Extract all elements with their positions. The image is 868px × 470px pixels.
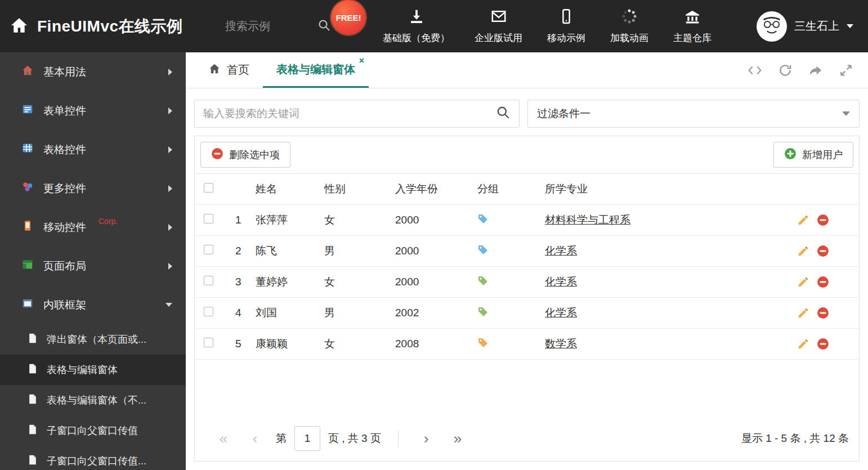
user-menu[interactable]: 三生石上: [757, 11, 868, 42]
major-link[interactable]: 化学系: [545, 276, 577, 288]
sidebar-item-grid-controls[interactable]: 表格控件: [0, 130, 186, 169]
sidebar-subitem-grid-edit-window-alt[interactable]: 表格与编辑窗体（不...: [0, 385, 186, 415]
edit-button[interactable]: [795, 274, 812, 290]
keyword-search-input[interactable]: [203, 108, 496, 120]
filter-dropdown-value: 过滤条件一: [537, 106, 590, 121]
prev-page-button[interactable]: ‹: [242, 430, 268, 447]
delete-row-button[interactable]: [815, 212, 831, 229]
sidebar-item-form-controls[interactable]: 表单控件: [0, 91, 186, 130]
layout-icon: [21, 258, 34, 274]
delete-selected-button[interactable]: 删除选中项: [200, 142, 290, 168]
delete-row-button[interactable]: [815, 305, 831, 321]
source-code-icon[interactable]: [748, 63, 762, 78]
tab-bar: 首页 表格与编辑窗体 ×: [186, 52, 868, 88]
top-header: FineUIMvc在线示例 FREE! 基础版（免费） 企业版试用 移动示例: [0, 0, 868, 52]
first-page-button[interactable]: «: [211, 430, 236, 447]
home-icon: [10, 16, 28, 37]
nav-item-enterprise-trial[interactable]: 企业版试用: [475, 8, 522, 44]
row-checkbox[interactable]: [204, 245, 213, 254]
top-search-input[interactable]: [225, 20, 310, 33]
select-all-checkbox[interactable]: [204, 183, 213, 193]
page-suffix-label: 页 , 共 3 页: [328, 431, 381, 446]
filter-dropdown[interactable]: 过滤条件一: [527, 100, 860, 128]
sidebar-subitem-child-to-parent-alt[interactable]: 子窗口向父窗口传值...: [0, 446, 186, 470]
sidebar-item-more-controls[interactable]: 更多控件: [0, 169, 186, 208]
edit-button[interactable]: [795, 335, 812, 352]
delete-row-button[interactable]: [815, 335, 831, 352]
row-checkbox[interactable]: [204, 214, 213, 223]
tab-home[interactable]: 首页: [195, 52, 263, 88]
tab-label: 表格与编辑窗体: [276, 62, 355, 77]
sidebar-subitem-grid-edit-window[interactable]: 表格与编辑窗体: [0, 355, 186, 385]
next-page-button[interactable]: ›: [413, 430, 439, 447]
mobile-icon: [558, 8, 575, 28]
delete-row-button[interactable]: [815, 243, 831, 259]
cell-gender: 男: [322, 236, 393, 267]
major-link[interactable]: 数学系: [545, 338, 577, 350]
delete-selected-label: 删除选中项: [229, 148, 280, 162]
share-icon[interactable]: [808, 63, 823, 78]
search-icon[interactable]: [317, 19, 331, 34]
grid-panel: 删除选中项 新增用户 姓名: [194, 136, 860, 462]
sidebar-subitem-popup-window[interactable]: 弹出窗体（本页面或...: [0, 324, 186, 355]
sidebar-subitem-child-to-parent[interactable]: 子窗口向父窗口传值: [0, 415, 186, 446]
sidebar-item-page-layout[interactable]: 页面布局: [0, 247, 186, 285]
minus-circle-icon: [211, 147, 223, 163]
nav-label: 主题仓库: [673, 32, 712, 44]
brand[interactable]: FineUIMvc在线示例: [0, 16, 225, 37]
cell-gender: 女: [322, 267, 393, 298]
column-header-major[interactable]: 所学专业: [543, 174, 793, 205]
sidebar-subitem-label: 弹出窗体（本页面或...: [47, 333, 146, 346]
add-user-button[interactable]: 新增用户: [773, 142, 853, 168]
search-icon[interactable]: [496, 105, 511, 122]
expand-icon[interactable]: [839, 63, 853, 78]
edit-button[interactable]: [795, 212, 812, 229]
page-number-input[interactable]: [294, 426, 320, 451]
major-link[interactable]: 材料科学与工程系: [545, 214, 630, 226]
sidebar-item-label: 页面布局: [43, 259, 86, 274]
column-header-year[interactable]: 入学年份: [393, 174, 475, 205]
frame-icon: [21, 297, 34, 312]
envelope-icon: [490, 8, 507, 28]
delete-row-button[interactable]: [815, 274, 831, 290]
last-page-button[interactable]: »: [445, 430, 471, 447]
row-checkbox[interactable]: [204, 276, 213, 285]
table-row: 4 刘国 男 2002 化学系: [195, 298, 859, 329]
row-checkbox[interactable]: [204, 307, 213, 316]
tag-icon: [477, 275, 489, 287]
edit-button[interactable]: [795, 305, 812, 321]
nav-item-theme-repo[interactable]: 主题仓库: [673, 8, 712, 44]
nav-item-basic-edition[interactable]: FREE! 基础版（免费）: [383, 8, 450, 44]
major-link[interactable]: 化学系: [545, 307, 577, 319]
major-link[interactable]: 化学系: [545, 245, 577, 257]
row-index: 5: [227, 329, 253, 360]
grid-empty-area: [195, 360, 859, 419]
column-header-group[interactable]: 分组: [475, 174, 543, 205]
table-row: 3 董婷婷 女 2000 化学系: [195, 267, 859, 298]
file-icon: [27, 454, 38, 468]
cell-year: 2000: [393, 205, 475, 236]
sidebar-item-iframe[interactable]: 内联框架: [0, 285, 186, 324]
cell-gender: 女: [322, 329, 393, 360]
table-icon: [21, 142, 34, 157]
download-icon: [408, 8, 425, 28]
cell-name: 张萍萍: [253, 205, 322, 236]
sidebar-item-label: 表单控件: [43, 104, 86, 118]
nav-item-loading-animation[interactable]: 加载动画: [610, 8, 648, 44]
close-icon[interactable]: ×: [359, 56, 364, 65]
sidebar-item-mobile-controls[interactable]: 移动控件 Corp.: [0, 208, 186, 247]
cell-name: 刘国: [253, 298, 322, 329]
app-title: FineUIMvc在线示例: [37, 16, 183, 37]
cell-gender: 女: [322, 205, 393, 236]
house-icon: [21, 64, 34, 79]
row-checkbox[interactable]: [204, 338, 213, 347]
sidebar-item-label: 更多控件: [43, 181, 86, 196]
refresh-icon[interactable]: [778, 63, 793, 78]
column-header-gender[interactable]: 性别: [322, 174, 393, 205]
pagination-bar: « ‹ 第 页 , 共 3 页 › » 显示 1 - 5 条 , 共 12 条: [195, 419, 859, 461]
tab-grid-edit-window[interactable]: 表格与编辑窗体 ×: [263, 52, 369, 88]
edit-button[interactable]: [795, 243, 812, 259]
nav-item-mobile-demo[interactable]: 移动示例: [547, 8, 585, 44]
sidebar-item-basic-usage[interactable]: 基本用法: [0, 52, 186, 91]
column-header-name[interactable]: 姓名: [253, 174, 322, 205]
